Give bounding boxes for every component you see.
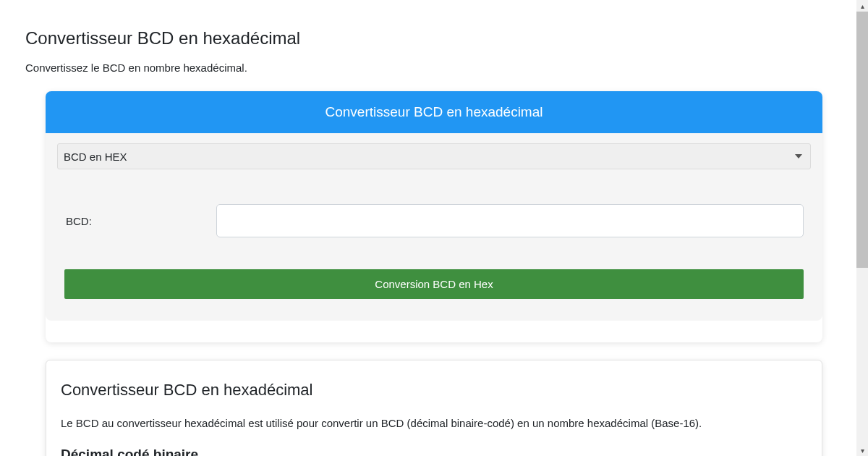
info-card: Convertisseur BCD en hexadécimal Le BCD …: [46, 360, 822, 456]
page-container: Convertisseur BCD en hexadécimal Convert…: [22, 0, 846, 456]
info-subheading: Décimal codé binaire: [61, 447, 807, 456]
conversion-type-select[interactable]: BCD en HEX: [57, 143, 811, 169]
scroll-up-arrow-icon[interactable]: ▴: [856, 0, 868, 12]
info-heading: Convertisseur BCD en hexadécimal: [61, 381, 807, 400]
converter-card-body: BCD en HEX BCD: Conversion BCD en Hex: [46, 133, 822, 321]
conversion-select-wrap: BCD en HEX: [57, 143, 811, 169]
info-paragraph: Le BCD au convertisseur hexadécimal est …: [61, 417, 807, 429]
scroll-down-arrow-icon[interactable]: ▾: [856, 444, 868, 456]
page-title: Convertisseur BCD en hexadécimal: [25, 28, 843, 48]
page-description: Convertissez le BCD en nombre hexadécima…: [25, 62, 843, 74]
vertical-scrollbar-thumb[interactable]: [856, 0, 868, 268]
converter-card: Convertisseur BCD en hexadécimal BCD en …: [46, 91, 822, 342]
convert-button[interactable]: Conversion BCD en Hex: [64, 269, 804, 299]
bcd-input-label: BCD:: [64, 215, 216, 227]
converter-card-header: Convertisseur BCD en hexadécimal: [46, 91, 822, 133]
bcd-input-row: BCD:: [64, 204, 804, 237]
bcd-input[interactable]: [216, 204, 804, 237]
